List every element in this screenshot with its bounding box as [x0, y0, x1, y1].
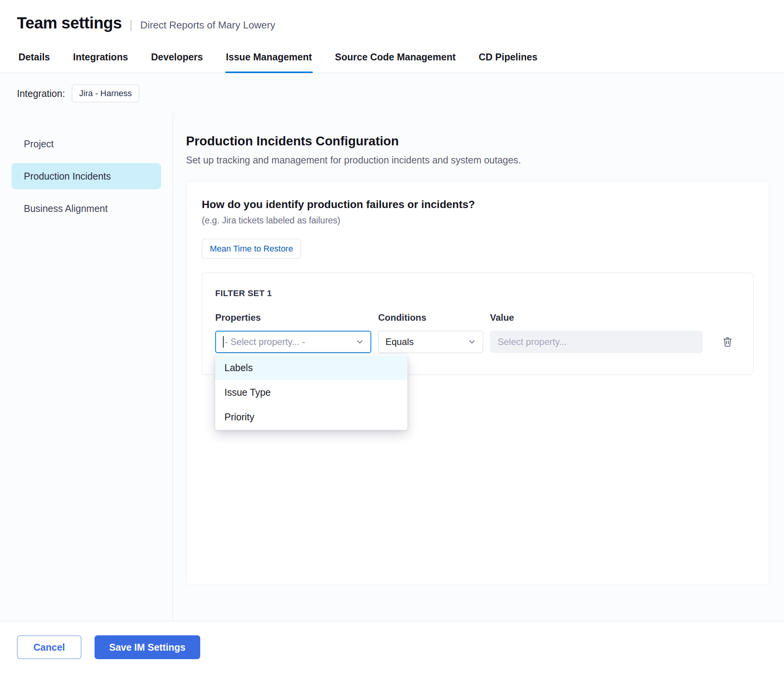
tab-issue-management[interactable]: Issue Management — [225, 42, 313, 73]
tab-developers[interactable]: Developers — [150, 42, 204, 73]
integration-row: Integration: Jira - Harness — [0, 73, 784, 114]
main-panel: Production Incidents Configuration Set u… — [173, 114, 784, 621]
delete-filter-button[interactable] — [720, 334, 735, 349]
settings-tab-bar: Details Integrations Developers Issue Ma… — [0, 42, 784, 73]
integration-chip[interactable]: Jira - Harness — [72, 85, 139, 102]
trash-icon — [722, 335, 733, 348]
section-title: Production Incidents Configuration — [186, 134, 769, 148]
condition-select-value: Equals — [385, 336, 414, 347]
save-im-settings-button[interactable]: Save IM Settings — [95, 635, 200, 659]
text-cursor — [223, 336, 224, 348]
section-subtitle: Set up tracking and management for produ… — [186, 155, 769, 166]
tab-cd-pipelines[interactable]: CD Pipelines — [478, 42, 538, 73]
incidents-config-card: How do you identify production failures … — [186, 181, 769, 585]
tab-source-code-management[interactable]: Source Code Management — [334, 42, 457, 73]
property-select-value: - Select property... - — [225, 336, 305, 347]
dropdown-option-priority[interactable]: Priority — [215, 405, 407, 429]
properties-column-label: Properties — [215, 312, 371, 323]
conditions-column-label: Conditions — [378, 312, 483, 323]
footer-action-bar: Cancel Save IM Settings — [0, 621, 784, 673]
cancel-button[interactable]: Cancel — [17, 635, 81, 659]
chevron-down-icon — [467, 337, 477, 346]
page-header: Team settings | Direct Reports of Mary L… — [0, 0, 784, 42]
title-divider: | — [130, 17, 133, 32]
config-question: How do you identify production failures … — [202, 198, 754, 211]
sidebar-item-business-alignment[interactable]: Business Alignment — [12, 195, 161, 222]
filter-set-title: FILTER SET 1 — [215, 288, 740, 298]
filter-set-box: FILTER SET 1 Properties - Select propert… — [202, 273, 754, 375]
team-name-subtitle: Direct Reports of Mary Lowery — [140, 19, 275, 31]
filter-row: Properties - Select property... - Condit… — [215, 312, 740, 353]
chevron-down-icon — [355, 337, 364, 346]
tab-integrations[interactable]: Integrations — [72, 42, 129, 73]
value-input[interactable] — [490, 331, 703, 353]
sidebar: Project Production Incidents Business Al… — [0, 114, 173, 621]
content-area: Project Production Incidents Business Al… — [0, 114, 784, 621]
dropdown-option-issue-type[interactable]: Issue Type — [215, 380, 407, 405]
page-title: Team settings — [17, 14, 122, 32]
config-hint: (e.g. Jira tickets labeled as failures) — [202, 215, 754, 226]
property-dropdown-menu: Labels Issue Type Priority — [215, 355, 407, 430]
metric-tab-mean-time-to-restore[interactable]: Mean Time to Restore — [202, 239, 301, 259]
sidebar-item-production-incidents[interactable]: Production Incidents — [12, 163, 161, 189]
tab-details[interactable]: Details — [18, 42, 51, 73]
condition-select[interactable]: Equals — [378, 331, 483, 353]
value-column-label: Value — [490, 312, 703, 323]
sidebar-item-project[interactable]: Project — [12, 131, 161, 157]
integration-label: Integration: — [17, 88, 65, 99]
property-select[interactable]: - Select property... - — [215, 331, 371, 353]
dropdown-option-labels[interactable]: Labels — [215, 355, 407, 380]
